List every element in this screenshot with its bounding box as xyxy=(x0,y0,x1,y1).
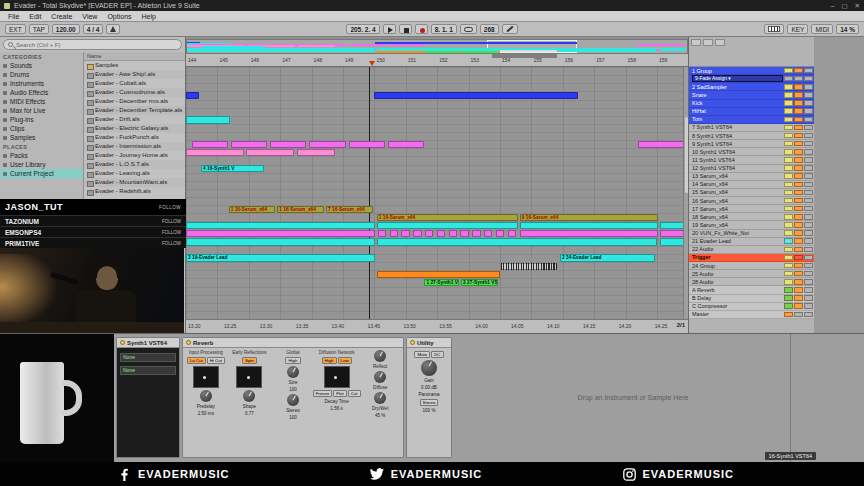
mixer-cell[interactable] xyxy=(804,303,813,309)
menu-edit[interactable]: Edit xyxy=(24,13,46,20)
spin-display[interactable] xyxy=(236,366,262,388)
mixer-cell[interactable] xyxy=(804,295,813,301)
browser-search-input[interactable]: Search (Ctrl + F) xyxy=(3,39,182,50)
clip[interactable]: 1 16-Sarum_x64 xyxy=(377,214,518,221)
play-button[interactable] xyxy=(383,24,396,34)
high-shelf-button[interactable]: High xyxy=(322,357,337,364)
low-shelf-button[interactable]: Low xyxy=(338,357,352,364)
browser-file-item[interactable]: Evader - Drift.als xyxy=(84,115,185,124)
clip[interactable] xyxy=(378,230,387,237)
mixer-cell[interactable] xyxy=(784,182,793,188)
hi-cut-button[interactable]: Hi Cut xyxy=(207,357,225,364)
mixer-cell[interactable] xyxy=(784,222,793,228)
device-title-bar[interactable]: Synth1 VST64 xyxy=(117,338,179,348)
mixer-cell[interactable] xyxy=(794,255,803,261)
clip[interactable] xyxy=(638,141,686,148)
clip[interactable]: 1 16-Serum_x64 xyxy=(229,206,276,213)
gain-knob[interactable] xyxy=(421,360,437,376)
mixer-cell[interactable] xyxy=(794,141,803,147)
computer-midi-keyboard-button[interactable] xyxy=(764,24,784,34)
mixer-cell[interactable] xyxy=(784,247,793,253)
place-item[interactable]: Packs xyxy=(0,151,83,160)
browser-file-item[interactable]: Evader - Electric Galaxy.als xyxy=(84,124,185,133)
mixer-cell[interactable] xyxy=(804,279,813,285)
mixer-cell[interactable] xyxy=(784,238,793,244)
browser-file-item[interactable]: Evader - FuckPunch.als xyxy=(84,133,185,142)
stereo-knob[interactable] xyxy=(287,394,299,406)
mixer-cell[interactable] xyxy=(784,149,793,155)
track-row[interactable]: 1 Group xyxy=(689,67,814,75)
arrangement-position-display[interactable]: 205. 2. 4 xyxy=(346,24,379,34)
predelay-value[interactable]: 2.50 ms xyxy=(198,411,214,416)
time-signature-display[interactable]: 4 / 4 xyxy=(83,24,104,34)
mixer-cell[interactable] xyxy=(794,84,803,90)
browser-file-item[interactable]: Evader - Leaving.als xyxy=(84,169,185,178)
quality-chooser[interactable]: High xyxy=(285,357,300,364)
loop-length-display[interactable]: 268 xyxy=(480,24,499,34)
browser-file-item[interactable]: Evader - Intermission.als xyxy=(84,142,185,151)
mixer-cell[interactable] xyxy=(784,312,793,318)
menu-file[interactable]: File xyxy=(3,13,24,20)
mixer-cell[interactable] xyxy=(784,100,793,106)
tempo-display[interactable]: 120.00 xyxy=(52,24,80,34)
clip[interactable] xyxy=(437,230,446,237)
beat-time-ruler[interactable]: 1441451461471481491501511521531541551561… xyxy=(186,54,688,67)
clip[interactable] xyxy=(186,238,375,245)
clip[interactable] xyxy=(309,141,345,148)
browser-file-item[interactable]: Evader - Journey Home.als xyxy=(84,151,185,160)
items-column-header[interactable]: Name xyxy=(84,52,185,61)
mixer-cell[interactable] xyxy=(804,173,813,179)
mixer-cell[interactable] xyxy=(784,108,793,114)
clip[interactable] xyxy=(349,141,385,148)
mixer-cell[interactable] xyxy=(794,117,803,123)
mixer-cell[interactable] xyxy=(784,295,793,301)
mixer-cell[interactable] xyxy=(784,303,793,309)
clip[interactable] xyxy=(231,141,267,148)
ext-sync-button[interactable]: EXT xyxy=(5,24,26,34)
clip[interactable]: 1 16-Serum_x64 xyxy=(277,206,324,213)
dc-button[interactable]: DC xyxy=(431,351,443,358)
mixer-cell[interactable] xyxy=(794,76,803,82)
mixer-cell[interactable] xyxy=(794,198,803,204)
mixer-cell[interactable] xyxy=(794,271,803,277)
mixer-cell[interactable] xyxy=(784,84,793,90)
io-section-toggle[interactable] xyxy=(691,39,701,46)
record-button[interactable] xyxy=(415,24,428,34)
menu-options[interactable]: Options xyxy=(102,13,136,20)
mixer-cell[interactable] xyxy=(784,141,793,147)
browser-file-item[interactable]: Evader - Awe Ship!.als xyxy=(84,70,185,79)
spin-button[interactable]: Spin xyxy=(242,357,257,364)
category-item[interactable]: Drums xyxy=(0,70,83,79)
clip[interactable] xyxy=(377,271,500,278)
mixer-cell[interactable] xyxy=(804,214,813,220)
clip[interactable] xyxy=(500,263,558,270)
clip[interactable] xyxy=(186,92,199,99)
clip[interactable]: 1 27-Synth1 VS xyxy=(424,279,458,286)
dry-wet-knob[interactable] xyxy=(374,392,386,404)
browser-file-item[interactable]: Evader - Cobalt.als xyxy=(84,79,185,88)
shape-knob[interactable] xyxy=(243,390,255,402)
device-activator-icon[interactable] xyxy=(186,340,191,345)
dry-wet-value[interactable]: 45 % xyxy=(375,413,385,418)
clip[interactable] xyxy=(449,230,458,237)
mixer-cell[interactable] xyxy=(784,133,793,139)
mixer-cell[interactable] xyxy=(794,173,803,179)
size-value[interactable]: 100 xyxy=(289,387,297,392)
category-item[interactable]: Audio Effects xyxy=(0,88,83,97)
metronome-button[interactable] xyxy=(106,24,120,34)
decay-value[interactable]: 1.56 s xyxy=(330,406,343,411)
mixer-cell[interactable] xyxy=(784,198,793,204)
category-item[interactable]: Clips xyxy=(0,124,83,133)
arrangement-overview[interactable] xyxy=(186,39,688,54)
mixer-cell[interactable] xyxy=(784,271,793,277)
mixer-cell[interactable] xyxy=(794,287,803,293)
reflect-knob[interactable] xyxy=(374,350,386,362)
mixer-cell[interactable] xyxy=(794,125,803,131)
clip-canvas[interactable]: 4 16-Synth1 V1 16-Serum_x641 16-Serum_x6… xyxy=(186,67,688,319)
clip[interactable] xyxy=(186,230,375,237)
clip[interactable] xyxy=(246,149,294,156)
mixer-cell[interactable] xyxy=(794,295,803,301)
loop-start-display[interactable]: 8. 1. 1 xyxy=(431,24,457,34)
mixer-cell[interactable] xyxy=(804,255,813,261)
mixer-cell[interactable] xyxy=(804,287,813,293)
